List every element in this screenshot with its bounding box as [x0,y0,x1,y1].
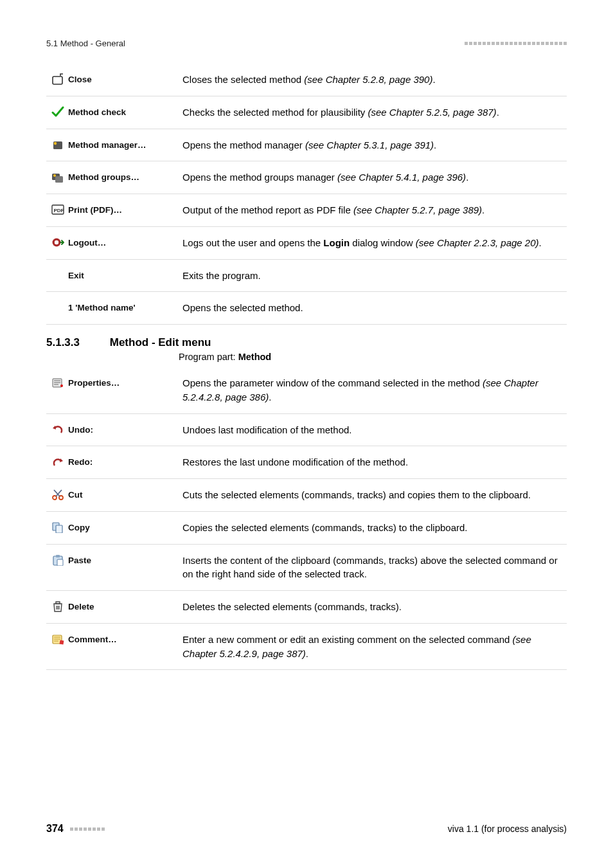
menu-item-label: Method groups… [68,171,139,184]
table-row: Paste Inserts the content of the clipboa… [46,544,567,591]
table-row: Delete Deletes the selected elements (co… [46,591,567,624]
table-row: Print (PDF)… Output of the method report… [46,194,567,227]
check-icon [51,106,64,118]
menu-item-desc: Enter a new comment or edit an existing … [177,623,567,670]
menu-item-label: Paste [68,554,91,567]
menu-item-label: Comment… [68,633,117,646]
menu-item-label: Logout… [68,237,106,249]
table-row: Method groups… Opens the method groups m… [46,161,567,194]
table-row: 1 'Method name' Opens the selected metho… [46,292,567,325]
menu-item-label: Method check [68,106,126,119]
menu-item-desc: Opens the parameter window of the comman… [177,367,567,413]
footer-ornament [70,827,105,831]
menu-item-desc: Opens the method manager (see Chapter 5.… [177,129,567,161]
header-section-label: 5.1 Method - General [46,39,125,48]
menu-item-desc: Opens the method groups manager (see Cha… [177,161,567,194]
menu-item-desc: Inserts the content of the clipboard (co… [177,544,567,591]
menu-item-desc: Deletes the selected elements (commands,… [177,591,567,624]
page-number: 374 [46,823,64,834]
menu-item-label: Print (PDF)… [68,204,122,217]
menu-item-desc: Restores the last undone modification of… [177,446,567,479]
page-footer: 374 viva 1.1 (for process analysis) [46,823,567,835]
menu-item-label: Properties… [68,377,120,390]
menu-item-label: Method manager… [68,139,147,152]
table-row: Cut Cuts the selected elements (commands… [46,479,567,512]
redo-icon [51,457,64,468]
copy-icon [51,521,64,533]
table-row: Comment… Enter a new comment or edit an … [46,623,567,670]
section-heading: 5.1.3.3 Method - Edit menu [46,336,567,349]
menu-item-desc: Closes the selected method (see Chapter … [177,64,567,96]
header-ornament [465,42,567,45]
menu-item-label: Undo: [68,424,93,437]
table-row: Method check Checks the selected method … [46,96,567,129]
logout-icon [51,237,64,248]
comment-icon [51,633,64,645]
table-row: Exit Exits the program. [46,259,567,292]
undo-icon [51,424,64,435]
menu-item-label: Redo: [68,456,93,469]
menu-item-label: Copy [68,521,90,534]
table-row: Copy Copies the selected elements (comma… [46,511,567,544]
table-row: Method manager… Opens the method manager… [46,129,567,161]
menu-item-desc: Checks the selected method for plausibil… [177,96,567,129]
page: 5.1 Method - General Close Closes the se… [0,0,613,868]
menu-item-label: Close [68,73,92,86]
method-groups-icon [51,172,64,183]
method-manager-icon [51,139,64,150]
close-icon [51,73,64,85]
table-row: Undo: Undoes last modification of the me… [46,413,567,446]
section-number: 5.1.3.3 [46,336,107,349]
table-row: Redo: Restores the last undone modificat… [46,446,567,479]
table-row: Properties… Opens the parameter window o… [46,367,567,413]
pdf-icon [51,204,64,215]
menu-item-desc: Cuts the selected elements (commands, tr… [177,479,567,512]
page-header: 5.1 Method - General [46,39,567,48]
menu-item-desc: Logs out the user and opens the Login di… [177,226,567,259]
menu-item-label: 1 'Method name' [68,302,136,314]
menu-table-edit: Properties… Opens the parameter window o… [46,367,567,670]
menu-item-label: Exit [68,269,84,282]
menu-item-label: Cut [68,489,83,502]
properties-icon [51,377,64,388]
footer-product: viva 1.1 (for process analysis) [448,824,567,834]
section-title: Method - Edit menu [110,336,211,348]
menu-item-desc: Copies the selected elements (commands, … [177,511,567,544]
menu-item-desc: Output of the method report as PDF file … [177,194,567,227]
table-row: Close Closes the selected method (see Ch… [46,64,567,96]
delete-icon [51,601,64,612]
paste-icon [51,554,64,566]
menu-item-desc: Opens the selected method. [177,292,567,325]
program-part: Program part: Method [179,352,567,362]
cut-icon [51,489,64,500]
table-row: Logout… Logs out the user and opens the … [46,226,567,259]
menu-item-label: Delete [68,601,94,613]
menu-item-desc: Exits the program. [177,259,567,292]
menu-item-desc: Undoes last modification of the method. [177,413,567,446]
menu-table-file: Close Closes the selected method (see Ch… [46,64,567,325]
